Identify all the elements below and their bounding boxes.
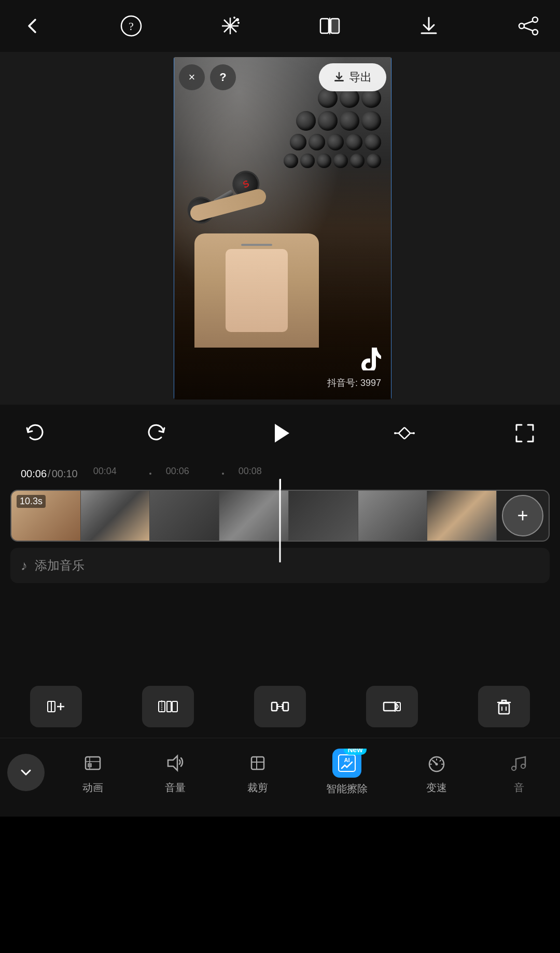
svg-rect-18 [334,80,344,81]
split-button[interactable] [142,686,194,727]
svg-point-13 [533,17,538,22]
svg-point-7 [233,17,235,19]
svg-rect-10 [331,19,339,33]
svg-line-17 [524,27,533,31]
crop-icon [244,750,271,777]
clip-thumb-5 [358,491,428,541]
download-button[interactable] [415,12,442,39]
video-preview-area: 抖音号: 3997 × ? 导出 [0,52,560,405]
svg-rect-39 [499,703,509,714]
play-button[interactable] [262,415,298,451]
nav-item-crop[interactable]: 裁剪 [244,750,271,795]
compare-button[interactable] [316,12,343,39]
svg-point-15 [533,30,538,35]
question-button[interactable]: ? [210,64,236,90]
svg-rect-33 [272,702,277,711]
clip-thumb-6 [427,491,497,541]
svg-line-16 [524,21,533,24]
svg-point-23 [394,432,396,434]
svg-rect-20 [398,427,410,439]
undo-button[interactable] [21,419,50,448]
top-bar: ? [0,0,560,52]
svg-point-53 [435,763,438,766]
delete-button[interactable] [478,686,530,727]
magic-button[interactable] [217,12,244,39]
svg-point-8 [237,22,240,24]
export-button[interactable]: 导出 [319,63,386,91]
svg-rect-42 [86,757,100,769]
current-time: 00:06 [21,468,47,480]
help-button[interactable]: ? [118,12,145,39]
svg-marker-46 [168,756,177,770]
fullscreen-button[interactable] [510,419,539,448]
ruler-mark-0: 00:04 [93,466,117,477]
svg-rect-36 [384,702,395,711]
back-button[interactable] [19,12,46,39]
douyin-number: 抖音号: 3997 [327,377,381,389]
music-label: 添加音乐 [35,557,85,574]
clip-edit-toolbar [0,675,560,738]
volume-icon [162,750,189,777]
svg-text:?: ? [129,20,134,33]
selection-line-right [391,57,391,399]
music-icon: ♪ [21,558,27,574]
svg-rect-47 [251,757,264,769]
trim-right-button[interactable] [366,686,418,727]
timeline-empty-space [10,592,550,675]
ruler-dot [149,473,151,475]
new-badge: New [344,749,367,755]
person-area [174,166,391,348]
clip-strip: 10.3s + [10,490,550,542]
audio-icon [506,750,533,777]
trim-middle-button[interactable] [254,686,306,727]
ai-erase-label: 智能擦除 [326,782,368,796]
tiktok-watermark [360,347,381,374]
selection-line-left [174,57,174,399]
nav-item-animation[interactable]: 动画 [79,750,106,795]
svg-rect-45 [88,763,92,767]
audio-label: 音 [514,781,524,795]
clip-thumb-2 [150,491,219,541]
clip-thumb-4 [289,491,358,541]
split-add-button[interactable] [30,686,82,727]
nav-items: 动画 音量 裁剪 [52,749,560,796]
speed-label: 变速 [426,781,447,795]
timeline-section: 00:06 / 00:10 00:04 00:06 00:08 10.3s + [0,462,560,675]
svg-rect-32 [172,701,177,712]
add-clip-button[interactable]: + [502,495,543,536]
music-track[interactable]: ♪ 添加音乐 [10,548,550,583]
timeline-container: 10.3s + ♪ 添加音乐 [10,490,550,592]
ruler-dot-2 [222,473,224,475]
speed-icon [423,750,450,777]
bottom-nav: 动画 音量 裁剪 [0,738,560,817]
playback-controls [0,405,560,462]
svg-point-24 [413,432,415,434]
animation-icon [79,750,106,777]
svg-rect-34 [283,702,288,711]
nav-item-volume[interactable]: 音量 [162,750,189,795]
clip-duration: 10.3s [17,495,46,508]
clip-thumb-1 [81,491,150,541]
svg-rect-9 [320,19,329,33]
nav-item-ai-erase[interactable]: AI New 智能擦除 [326,749,368,796]
ruler-mark-2: 00:08 [239,466,262,477]
collapse-button[interactable] [7,754,45,791]
clip-strip-container[interactable]: 10.3s + [10,490,550,542]
clip-thumb-3 [219,491,289,541]
svg-text:AI: AI [344,757,350,763]
share-button[interactable] [514,12,541,39]
total-time: 00:10 [52,468,78,480]
ruler-mark-1: 00:06 [166,466,189,477]
nav-item-speed[interactable]: 变速 [423,750,450,795]
nav-item-audio[interactable]: 音 [506,750,533,795]
nav-collapse-area [0,754,52,791]
close-button[interactable]: × [179,64,205,90]
svg-point-14 [519,23,524,29]
svg-rect-31 [167,701,171,712]
svg-point-6 [236,18,239,21]
keyframe-button[interactable] [390,419,419,448]
crop-label: 裁剪 [247,781,268,795]
video-preview: 抖音号: 3997 × ? 导出 [174,57,391,399]
svg-marker-19 [275,424,289,443]
redo-button[interactable] [142,419,171,448]
